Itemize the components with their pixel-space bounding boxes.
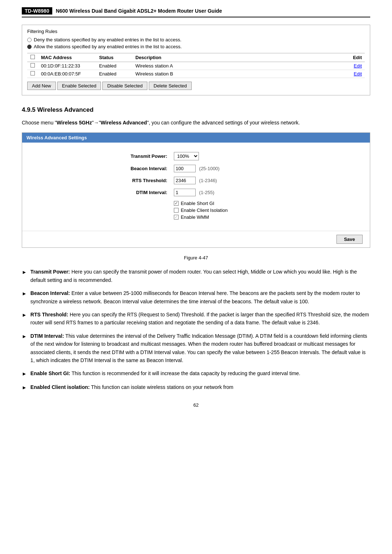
list-item: ►Enabled Client isolation: This function… [22, 383, 370, 391]
short-gi-value: Enable Short GI Enable Client Isolation … [171, 198, 359, 223]
rts-threshold-row: RTS Threshold: (1-2346) [33, 175, 359, 186]
wmm-checkbox[interactable] [174, 215, 179, 219]
list-item: ►RTS Threshold: Here you can specify the… [22, 311, 370, 327]
bullet-text: RTS Threshold: Here you can specify the … [30, 311, 370, 327]
short-gi-label: Enable Short GI [181, 201, 215, 206]
radio-allow-row: Allow the stations specified by any enab… [27, 44, 365, 49]
short-gi-checkbox[interactable] [174, 201, 179, 206]
row-edit: Edit [350, 70, 365, 78]
transmit-power-row: Transmit Power: 100% High Middle Low [33, 150, 359, 163]
bullet-term: Enable Short GI: [30, 370, 70, 376]
bullet-arrow-icon: ► [22, 332, 27, 340]
bullet-text: Enable Short GI: This function is recomm… [30, 369, 370, 377]
settings-table: Transmit Power: 100% High Middle Low Bea… [33, 150, 359, 223]
page-number: 62 [22, 402, 370, 408]
wmm-label: Enable WMM [181, 214, 209, 220]
filtering-rules-title: Filtering Rules [27, 29, 365, 34]
save-button[interactable]: Save [336, 235, 363, 244]
radio-deny-row: Deny the stations specified by any enabl… [27, 37, 365, 42]
radio-allow-label: Allow the stations specified by any enab… [34, 44, 182, 49]
wireless-advanced-box: Wirelss Advanced Settings Transmit Power… [22, 132, 370, 248]
radio-allow-icon[interactable] [27, 45, 32, 49]
bullet-arrow-icon: ► [22, 268, 27, 276]
menu-path-bold: Wireless 5GHz [57, 120, 92, 126]
rts-threshold-input[interactable] [174, 177, 196, 184]
edit-link[interactable]: Edit [354, 71, 362, 77]
menu-path-bold2: Wireless Advanced [101, 120, 147, 126]
wireless-box-header: Wirelss Advanced Settings [22, 133, 370, 143]
mac-address-table: MAC Address Status Description Edit 00:1… [27, 53, 365, 78]
disable-selected-button[interactable]: Disable Selected [102, 82, 147, 90]
row-checkbox-cell [27, 70, 38, 78]
figure-caption: Figure 4-47 [22, 255, 370, 260]
bullet-term: Enabled Client isolation: [30, 384, 90, 390]
bullet-term: Beacon Interval: [30, 290, 70, 296]
beacon-interval-input[interactable] [174, 165, 196, 172]
transmit-power-label: Transmit Power: [33, 150, 171, 163]
delete-selected-button[interactable]: Delete Selected [149, 82, 192, 90]
table-action-buttons: Add New Enable Selected Disable Selected… [27, 82, 365, 90]
beacon-interval-value: (25-1000) [171, 163, 359, 175]
bullet-arrow-icon: ► [22, 383, 27, 391]
table-row: 00:0A:EB:00:07:5F Enabled Wireless stati… [27, 70, 365, 78]
bullet-arrow-icon: ► [22, 370, 27, 378]
enable-selected-button[interactable]: Enable Selected [57, 82, 101, 90]
bullet-text: DTIM Interval: This value determines the… [30, 332, 370, 365]
row-desc: Wireless station A [132, 62, 350, 70]
client-isolation-label: Enable Client Isolation [181, 208, 228, 213]
add-new-button[interactable]: Add New [27, 82, 56, 90]
col-header-status: Status [96, 53, 132, 62]
col-header-edit: Edit [350, 53, 365, 62]
wmm-checkbox-row: Enable WMM [174, 214, 356, 220]
row-checkbox[interactable] [30, 63, 35, 67]
row-status: Enabled [96, 62, 132, 70]
bullet-term: DTIM Interval: [30, 333, 64, 339]
beacon-interval-row: Beacon Interval: (25-1000) [33, 163, 359, 175]
list-item: ►DTIM Interval: This value determines th… [22, 332, 370, 365]
list-item: ►Enable Short GI: This function is recom… [22, 369, 370, 378]
list-item: ►Transmit Power: Here you can specify th… [22, 268, 370, 284]
radio-deny-label: Deny the stations specified by any enabl… [34, 37, 181, 42]
radio-deny-icon[interactable] [27, 38, 32, 42]
select-all-checkbox[interactable] [30, 55, 35, 59]
dtim-interval-label: DTIM Interval: [33, 186, 171, 198]
rts-threshold-range: (1-2346) [199, 178, 217, 183]
transmit-power-value: 100% High Middle Low [171, 150, 359, 163]
bullet-list: ►Transmit Power: Here you can specify th… [22, 268, 370, 391]
client-isolation-checkbox-row: Enable Client Isolation [174, 208, 356, 213]
dtim-interval-row: DTIM Interval: (1-255) [33, 186, 359, 198]
guide-title: N600 Wireless Dual Band Gigabit ADSL2+ M… [56, 8, 222, 14]
filtering-rules-box: Filtering Rules Deny the stations specif… [22, 25, 370, 95]
bullet-arrow-icon: ► [22, 311, 27, 319]
col-header-check [27, 53, 38, 62]
bullet-term: Transmit Power: [30, 269, 70, 275]
page-header: TD-W8980 N600 Wireless Dual Band Gigabit… [22, 7, 370, 17]
table-row: 00:1D:0F:11:22:33 Enabled Wireless stati… [27, 62, 365, 70]
short-gi-row: Enable Short GI Enable Client Isolation … [33, 198, 359, 223]
rts-threshold-value: (1-2346) [171, 175, 359, 186]
row-status: Enabled [96, 70, 132, 78]
row-checkbox[interactable] [30, 71, 35, 75]
transmit-power-select[interactable]: 100% High Middle Low [174, 152, 199, 160]
short-gi-label-empty [33, 198, 171, 223]
row-mac: 00:0A:EB:00:07:5F [38, 70, 96, 78]
beacon-interval-label: Beacon Interval: [33, 163, 171, 175]
section-number: 4.9.5 [22, 106, 36, 113]
dtim-interval-value: (1-255) [171, 186, 359, 198]
section-heading: 4.9.5 Wireless Advanced [22, 106, 370, 114]
section-title: Wireless Advanced [37, 106, 94, 113]
list-item: ►Beacon Interval: Enter a value between … [22, 289, 370, 305]
row-checkbox-cell [27, 62, 38, 70]
bullet-arrow-icon: ► [22, 290, 27, 297]
row-edit: Edit [350, 62, 365, 70]
bullet-text: Transmit Power: Here you can specify the… [30, 268, 370, 284]
client-isolation-checkbox[interactable] [174, 208, 179, 213]
col-header-mac: MAC Address [38, 53, 96, 62]
dtim-interval-range: (1-255) [199, 190, 215, 195]
bullet-text: Beacon Interval: Enter a value between 2… [30, 289, 370, 305]
wireless-box-footer: Save [22, 231, 370, 247]
bullet-term: RTS Threshold: [30, 312, 68, 317]
dtim-interval-input[interactable] [174, 189, 196, 196]
rts-threshold-label: RTS Threshold: [33, 175, 171, 186]
edit-link[interactable]: Edit [354, 63, 362, 69]
